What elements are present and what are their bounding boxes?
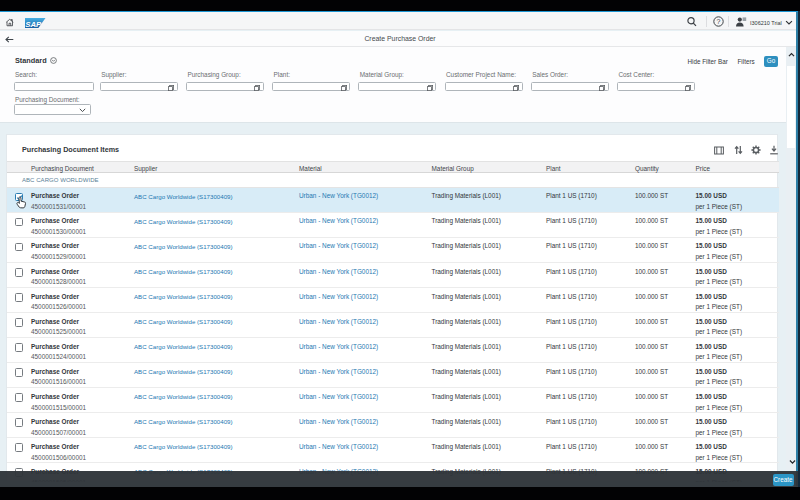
svg-text:SAP: SAP [25, 19, 42, 28]
svg-text:?: ? [716, 18, 720, 25]
